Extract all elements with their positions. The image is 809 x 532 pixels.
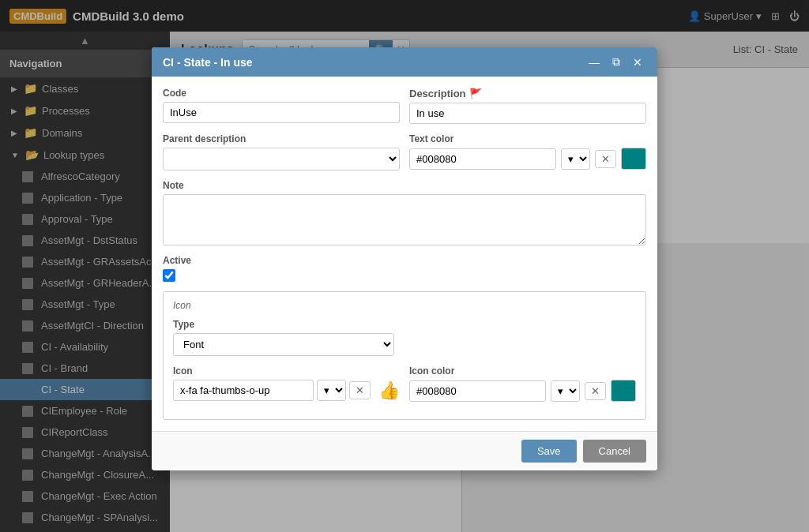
save-button[interactable]: Save [521,440,577,463]
icon-label: Icon [173,365,400,377]
parent-description-select[interactable] [163,148,400,170]
icon-color-label: Icon color [409,365,636,377]
modal-minimize-button[interactable]: — [585,54,604,70]
text-color-select[interactable]: ▾ [561,148,590,170]
flag-icon: 🚩 [469,88,482,99]
icon-select-row: ▾ ✕ [173,380,371,401]
text-color-input[interactable] [409,148,556,170]
type-label: Type [173,319,636,330]
modal-dialog: CI - State - In use — ⧉ ✕ Code Descripti… [152,47,657,470]
text-color-row: ▾ ✕ [409,148,646,170]
active-group: Active [163,255,646,282]
note-group: Note [163,180,646,245]
modal-close-button[interactable]: ✕ [629,54,646,70]
icon-color-input[interactable] [409,380,546,402]
note-textarea[interactable] [163,194,646,245]
modal-title: CI - State - In use [163,56,253,69]
active-checkbox-row [163,269,646,282]
icon-color-input-row: ▾ ✕ [409,380,636,402]
parent-desc-select-row [163,148,400,170]
text-color-swatch[interactable] [621,148,646,170]
icon-section-title: Icon [173,300,636,311]
code-label: Code [163,88,400,99]
parent-textcolor-row: Parent description Text color ▾ ✕ [163,133,646,170]
code-group: Code [163,88,400,124]
type-group: Type Font Image SVG [173,319,636,356]
modal-restore-button[interactable]: ⧉ [608,54,624,70]
icon-input-row: ▾ ✕ 👍 [173,380,400,401]
modal-footer: Save Cancel [152,431,657,470]
icon-color-group: Icon color ▾ ✕ [409,365,636,402]
text-color-label: Text color [409,133,646,144]
icon-value-input[interactable] [173,380,314,401]
description-input[interactable] [409,103,646,124]
code-description-row: Code Description 🚩 [163,88,646,124]
thumbs-up-icon: 👍 [378,380,400,401]
description-group: Description 🚩 [409,88,646,124]
text-color-clear-button[interactable]: ✕ [595,150,616,168]
modal-header-controls: — ⧉ ✕ [585,54,646,70]
icon-color-clear-button[interactable]: ✕ [585,382,606,400]
icon-group: Icon ▾ ✕ 👍 [173,365,400,402]
icon-color-select[interactable]: ▾ [551,380,580,402]
modal-body: Code Description 🚩 Parent description [152,77,657,431]
icon-color-swatch[interactable] [611,380,636,402]
active-label: Active [163,255,646,266]
parent-description-group: Parent description [163,133,400,170]
icon-dropdown[interactable]: ▾ [317,380,346,401]
note-label: Note [163,180,646,191]
modal-header: CI - State - In use — ⧉ ✕ [152,47,657,77]
description-label: Description 🚩 [409,88,646,99]
icon-type-row: Type Font Image SVG [173,319,636,356]
modal-overlay: CI - State - In use — ⧉ ✕ Code Descripti… [0,0,809,532]
icon-section: Icon Type Font Image SVG Ico [163,291,646,420]
parent-description-label: Parent description [163,133,400,144]
active-checkbox[interactable] [163,269,175,282]
type-select[interactable]: Font Image SVG [173,333,394,356]
code-input[interactable] [163,102,400,123]
text-color-group: Text color ▾ ✕ [409,133,646,170]
icon-clear-button[interactable]: ✕ [349,381,371,399]
icon-color-row: Icon ▾ ✕ 👍 [173,365,636,402]
cancel-button[interactable]: Cancel [583,440,646,463]
